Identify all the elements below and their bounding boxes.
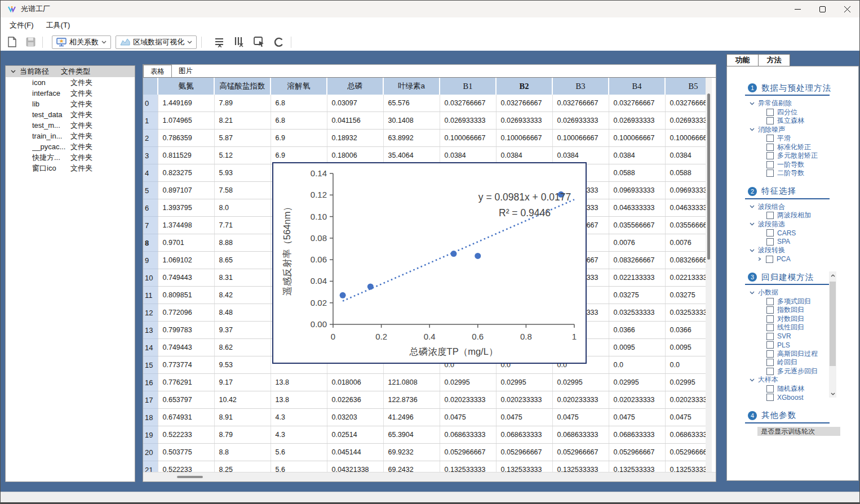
- table-cell[interactable]: 0.020233333: [496, 391, 552, 409]
- table-cell[interactable]: 0.020233333: [552, 391, 609, 409]
- method-item[interactable]: XGboost: [727, 393, 858, 402]
- table-cell[interactable]: 9.53: [214, 356, 271, 374]
- corner-cell[interactable]: [143, 78, 158, 95]
- table-cell[interactable]: 0.0384: [496, 147, 552, 164]
- scrollbar-thumb[interactable]: [830, 282, 836, 366]
- table-cell[interactable]: 0.032533333: [665, 304, 706, 322]
- table-cell[interactable]: 0.0384: [552, 147, 609, 164]
- table-cell[interactable]: 0.035566667: [665, 217, 706, 234]
- table-cell[interactable]: 41.2496: [383, 409, 440, 426]
- method-checkbox[interactable]: [766, 394, 774, 401]
- method-item[interactable]: 线性回归: [727, 323, 858, 332]
- table-cell[interactable]: 0.096933333: [609, 182, 665, 199]
- table-cell[interactable]: 0.674931: [158, 409, 214, 426]
- table-cell[interactable]: 0.100066667: [496, 130, 552, 147]
- table-cell[interactable]: 0.068633333: [552, 426, 609, 444]
- table-cell[interactable]: 0.799783: [158, 322, 214, 339]
- method-checkbox[interactable]: [766, 144, 774, 151]
- method-checkbox[interactable]: [766, 359, 774, 366]
- table-cell[interactable]: 0.022636: [327, 391, 383, 409]
- regression-scrollbar[interactable]: [829, 271, 836, 398]
- table-cell[interactable]: 0.0076: [609, 234, 665, 252]
- table-cell[interactable]: 13.8: [271, 391, 327, 409]
- table-cell[interactable]: 0.032533333: [609, 304, 665, 322]
- table-cell[interactable]: 65.3904: [383, 426, 440, 444]
- table-cell[interactable]: 0.020233333: [440, 391, 496, 409]
- select-region-button[interactable]: [251, 35, 267, 48]
- row-index-cell[interactable]: 19: [143, 426, 158, 444]
- table-cell[interactable]: 9.37: [214, 322, 271, 339]
- method-group[interactable]: 波段转换: [727, 246, 858, 255]
- row-index-cell[interactable]: 12: [143, 304, 158, 322]
- method-item[interactable]: SPA: [727, 238, 858, 247]
- table-cell[interactable]: 0.749443: [158, 339, 214, 356]
- method-item[interactable]: 标准化矫正: [727, 143, 858, 152]
- table-cell[interactable]: 0.776291: [158, 374, 214, 391]
- column-header[interactable]: B4: [609, 78, 665, 95]
- table-cell[interactable]: 5.87: [214, 130, 271, 147]
- method-checkbox[interactable]: [766, 350, 774, 358]
- row-index-cell[interactable]: 20: [143, 444, 158, 461]
- table-cell[interactable]: 0.02995: [440, 374, 496, 391]
- table-cell[interactable]: 8.0: [214, 199, 271, 217]
- table-cell[interactable]: 0.046333333: [609, 199, 665, 217]
- method-item[interactable]: 四分位: [727, 108, 858, 117]
- table-cell[interactable]: 0.522233: [158, 426, 214, 444]
- scrollbar-thumb[interactable]: [177, 476, 203, 478]
- table-cell[interactable]: 0.041156: [327, 112, 383, 130]
- table-cell[interactable]: 0.772096: [158, 304, 214, 322]
- column-header[interactable]: B1: [440, 78, 496, 95]
- table-cell[interactable]: 10.42: [214, 391, 271, 409]
- table-cell[interactable]: 1.449169: [158, 95, 214, 112]
- row-index-cell[interactable]: 7: [143, 217, 158, 234]
- table-cell[interactable]: 0.032766667: [609, 95, 665, 112]
- row-index-cell[interactable]: 10: [143, 269, 158, 287]
- minimize-button[interactable]: [785, 1, 810, 17]
- row-index-cell[interactable]: 9: [143, 252, 158, 269]
- table-cell[interactable]: 5.6: [271, 444, 327, 461]
- table-cell[interactable]: 0.022133333: [609, 269, 665, 287]
- method-checkbox[interactable]: [766, 117, 774, 124]
- table-cell[interactable]: 0.0588: [609, 164, 665, 182]
- row-index-cell[interactable]: 14: [143, 339, 158, 356]
- table-cell[interactable]: 0.0384: [665, 147, 706, 164]
- table-cell[interactable]: 0.749443: [158, 269, 214, 287]
- tab-method[interactable]: 方法: [758, 54, 790, 66]
- row-index-cell[interactable]: 11: [143, 287, 158, 304]
- table-cell[interactable]: 0.0366: [665, 322, 706, 339]
- table-cell[interactable]: 7.71: [214, 217, 271, 234]
- row-index-cell[interactable]: 6: [143, 199, 158, 217]
- table-cell[interactable]: 0.032766667: [496, 95, 552, 112]
- table-cell[interactable]: 0.03203: [327, 409, 383, 426]
- row-index-cell[interactable]: 1: [143, 112, 158, 130]
- row-index-cell[interactable]: 15: [143, 356, 158, 374]
- table-cell[interactable]: 0.18006: [327, 147, 383, 164]
- region-viz-dropdown[interactable]: 区域数据可视化: [116, 35, 197, 49]
- table-cell[interactable]: 0.026933333: [609, 112, 665, 130]
- new-file-button[interactable]: [5, 35, 19, 48]
- table-cell[interactable]: 1.069102: [158, 252, 214, 269]
- table-cell[interactable]: 30.1408: [383, 112, 440, 130]
- file-tree-item[interactable]: __pycac...文件夹: [6, 141, 135, 152]
- table-cell[interactable]: 8.48: [214, 304, 271, 322]
- table-cell[interactable]: 121.0808: [383, 374, 440, 391]
- table-cell[interactable]: 65.576: [383, 95, 440, 112]
- method-checkbox[interactable]: [766, 315, 774, 323]
- table-cell[interactable]: 9.17: [214, 374, 271, 391]
- refresh-button[interactable]: [272, 36, 286, 48]
- file-tree-item[interactable]: icon文件夹: [6, 77, 135, 88]
- scroll-up-icon[interactable]: [829, 271, 836, 279]
- table-cell[interactable]: 0.773774: [158, 356, 214, 374]
- table-cell[interactable]: 8.88: [214, 234, 271, 252]
- method-item[interactable]: SVR: [727, 332, 858, 341]
- table-cell[interactable]: 0.18932: [327, 130, 383, 147]
- row-index-cell[interactable]: 17: [143, 391, 158, 409]
- table-cell[interactable]: 0.02995: [665, 374, 706, 391]
- table-cell[interactable]: 8.62: [214, 339, 271, 356]
- method-checkbox[interactable]: [766, 238, 774, 246]
- table-cell[interactable]: 0.026933333: [496, 112, 552, 130]
- method-checkbox[interactable]: [766, 109, 774, 116]
- table-cell[interactable]: 7.89: [214, 95, 271, 112]
- column-header[interactable]: 氨氮: [158, 78, 214, 95]
- table-cell[interactable]: 0.0384: [440, 147, 496, 164]
